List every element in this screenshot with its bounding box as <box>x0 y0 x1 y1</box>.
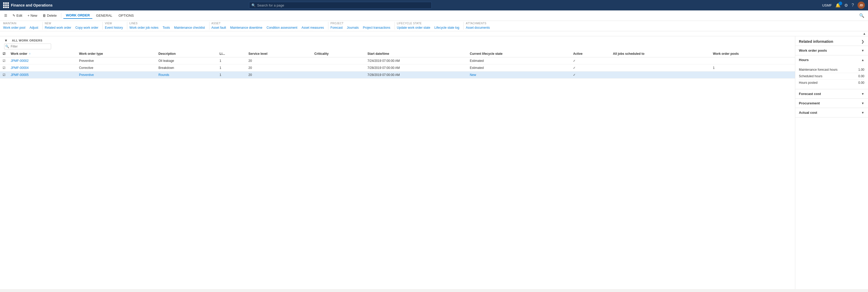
ribbon-item[interactable]: Adjust <box>29 26 38 29</box>
criticality <box>312 71 365 79</box>
ribbon-item[interactable]: Related work order <box>45 26 71 29</box>
tab-general[interactable]: GENERAL <box>93 12 115 19</box>
ribbon-group-new: NEW Related work orderCopy work order <box>45 22 103 29</box>
th-type[interactable]: Work order type <box>76 50 156 57</box>
section-header-hours[interactable]: Hours ▲ <box>795 55 868 64</box>
settings-icon[interactable]: ⚙ <box>844 3 848 8</box>
edit-label: Edit <box>17 13 22 18</box>
action-bar: ☰ ✎ Edit + New 🗑 Delete WORK ORDER GENER… <box>0 10 868 21</box>
ribbon-item[interactable]: Work order pool <box>3 26 25 29</box>
work-order-id[interactable]: JPMF-00002 <box>8 57 76 64</box>
th-start-datetime[interactable]: Start date/time <box>365 50 467 57</box>
row-select[interactable]: ☑ <box>0 64 8 71</box>
top-navigation: Finance and Operations 🔍 Search for a pa… <box>0 0 868 10</box>
hours-value: 1.00 <box>858 68 864 71</box>
section-title: ALL WORK ORDERS <box>12 39 42 42</box>
ribbon-item[interactable]: Asset documents <box>466 26 490 29</box>
ribbon-item[interactable]: Asset fault <box>212 26 226 29</box>
right-pane-toggle[interactable]: ❯ <box>861 39 864 43</box>
section-label: Forecast cost <box>799 92 821 96</box>
filter-input[interactable] <box>4 43 51 49</box>
th-service-level[interactable]: Service level <box>246 50 312 57</box>
active: ✓ <box>570 64 610 71</box>
ribbon-group-label: NEW <box>45 22 98 25</box>
th-active[interactable]: Active <box>570 50 610 57</box>
hamburger-menu[interactable]: ☰ <box>2 12 9 19</box>
ribbon-item[interactable]: Journals <box>347 26 359 29</box>
th-pools[interactable]: Work order pools <box>710 50 795 57</box>
work-order-id[interactable]: JPMF-00004 <box>8 64 76 71</box>
ribbon-item[interactable]: Lifecycle state log <box>435 26 459 29</box>
tab-search-icon[interactable]: 🔍 <box>858 12 866 19</box>
ribbon-item[interactable]: Work order job notes <box>129 26 158 29</box>
hours-row: Hours posted 0.00 <box>799 80 864 86</box>
th-li[interactable]: Li... <box>217 50 246 57</box>
ribbon-item[interactable]: Project transactions <box>363 26 390 29</box>
ribbon-item[interactable]: Tools <box>162 26 170 29</box>
th-work-order[interactable]: Work order ↑ <box>8 50 76 57</box>
work-order-id[interactable]: JPMF-00005 <box>8 71 76 79</box>
delete-button[interactable]: 🗑 Delete <box>40 12 59 19</box>
ribbon-item[interactable]: Event history <box>105 26 123 29</box>
pools <box>710 57 795 64</box>
notification-badge <box>839 2 842 5</box>
select-all-checkbox[interactable]: ☑ <box>3 52 5 56</box>
notification-icon[interactable]: 🔔 <box>835 3 841 8</box>
section-actual-cost: Actual cost ▼ <box>795 108 868 117</box>
chevron-icon: ▼ <box>861 101 864 105</box>
left-pane: ▼ ALL WORK ORDERS 🔍 ☑ Work order ↑ Work … <box>0 36 795 289</box>
section-header-procurement[interactable]: Procurement ▼ <box>795 99 868 108</box>
ribbon-group-label: MAINTAIN <box>3 22 38 25</box>
app-logo[interactable]: Finance and Operations <box>3 2 53 8</box>
work-order-type: Preventive <box>76 71 156 79</box>
section-header-work-order-pools[interactable]: Work order pools ▼ <box>795 46 868 55</box>
ribbon-item[interactable]: Forecast <box>331 26 343 29</box>
row-select[interactable]: ☑ <box>0 57 8 64</box>
section-header-forecast-cost[interactable]: Forecast cost ▼ <box>795 89 868 98</box>
section-label: Actual cost <box>799 111 817 115</box>
li: 1 <box>217 64 246 71</box>
lifecycle-state: New <box>467 71 570 79</box>
new-button[interactable]: + New <box>25 12 39 19</box>
avatar[interactable]: JD <box>858 2 865 9</box>
section-label: Procurement <box>799 101 820 105</box>
grid-icon <box>3 2 9 8</box>
hours-label: Hours posted <box>799 81 817 85</box>
ribbon-collapse-btn[interactable]: ▲ <box>863 32 866 35</box>
filter-row: 🔍 <box>0 42 795 50</box>
th-select[interactable]: ☑ <box>0 50 8 57</box>
tab-work-order[interactable]: WORK ORDER <box>63 12 93 19</box>
table-row[interactable]: ☑ JPMF-00002 Preventive Oil leakage 1 20… <box>0 57 795 64</box>
th-description[interactable]: Description <box>156 50 217 57</box>
work-orders-table: ☑ Work order ↑ Work order type Descripti… <box>0 50 795 79</box>
th-jobs-scheduled[interactable]: All jobs scheduled to <box>610 50 710 57</box>
th-lifecycle-state[interactable]: Current lifecycle state <box>467 50 570 57</box>
table-row[interactable]: ☑ JPMF-00005 Preventive Rounds 1 20 7/28… <box>0 71 795 79</box>
row-select[interactable]: ☑ <box>0 71 8 79</box>
ribbon-item[interactable]: Maintenance checklist <box>174 26 205 29</box>
ribbon-item[interactable]: Update work order state <box>397 26 430 29</box>
search-bar[interactable]: 🔍 Search for a page <box>249 2 432 9</box>
table-row[interactable]: ☑ JPMF-00004 Corrective Breakdown 1 20 7… <box>0 64 795 71</box>
ribbon-group-label: ASSET <box>212 22 324 25</box>
th-criticality[interactable]: Criticality <box>312 50 365 57</box>
app-title: Finance and Operations <box>11 3 53 7</box>
section-forecast-cost: Forecast cost ▼ <box>795 89 868 99</box>
start-datetime: 7/28/2019 07:00:00 AM <box>365 71 467 79</box>
help-icon[interactable]: ? <box>851 3 854 7</box>
section-header-actual-cost[interactable]: Actual cost ▼ <box>795 108 868 117</box>
tab-options[interactable]: OPTIONS <box>116 12 136 19</box>
active: ✓ <box>570 71 610 79</box>
ribbon-group-label: LINES <box>129 22 205 25</box>
service-level: 20 <box>246 57 312 64</box>
ribbon-item[interactable]: Condition assessment <box>267 26 297 29</box>
ribbon-item[interactable]: Asset measures <box>302 26 324 29</box>
filter-funnel-icon[interactable]: ▼ <box>4 38 8 42</box>
edit-icon: ✎ <box>12 13 16 18</box>
ribbon-item[interactable]: Copy work order <box>75 26 98 29</box>
start-datetime: 7/28/2019 07:00:00 AM <box>365 64 467 71</box>
ribbon-item[interactable]: Maintenance downtime <box>230 26 262 29</box>
section-work-order-pools: Work order pools ▼ <box>795 46 868 55</box>
edit-button[interactable]: ✎ Edit <box>10 12 24 19</box>
li: 1 <box>217 71 246 79</box>
